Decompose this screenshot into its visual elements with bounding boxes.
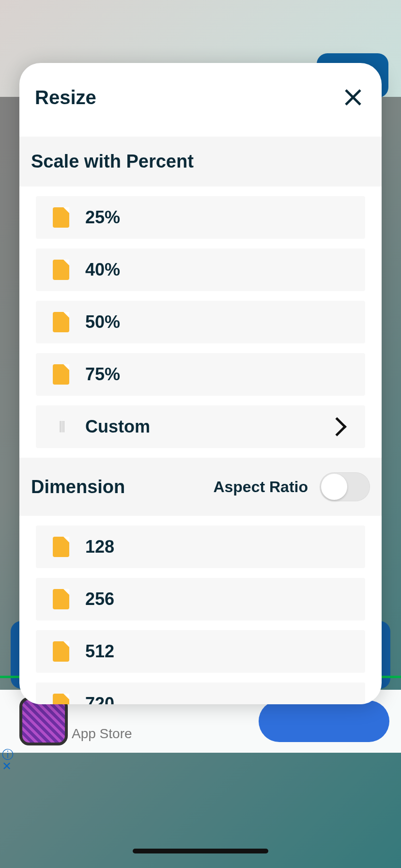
file-icon (51, 311, 71, 333)
dimension-option-label: 256 (85, 589, 350, 609)
file-icon (51, 640, 71, 663)
modal-header: Resize (19, 63, 382, 137)
scale-option-25[interactable]: 25% (36, 196, 365, 239)
ad-info-close[interactable]: ⓘ✕ (2, 749, 14, 772)
dimension-options-container: 128 256 512 720 851 (19, 516, 382, 704)
toggle-knob (321, 474, 347, 500)
section-header-dimension: Dimension Aspect Ratio (19, 458, 382, 516)
modal-title: Resize (35, 87, 96, 108)
resize-modal: Resize Scale with Percent 25% 40% 50% (19, 63, 382, 704)
scale-option-label: 75% (85, 364, 350, 385)
scale-option-50[interactable]: 50% (36, 301, 365, 343)
scale-option-label: 50% (85, 312, 350, 332)
home-indicator[interactable] (133, 849, 268, 853)
aspect-ratio-toggle[interactable] (320, 472, 370, 501)
ad-store-label: App Store (72, 726, 132, 742)
scale-option-label: 40% (85, 260, 350, 280)
file-icon (51, 588, 71, 610)
aspect-ratio-label: Aspect Ratio (213, 478, 308, 496)
scale-option-40[interactable]: 40% (36, 248, 365, 291)
section-title-dimension: Dimension (31, 477, 125, 497)
chevron-right-icon (327, 417, 347, 436)
scale-options-container: 25% 40% 50% 75% ⦀ Custom (19, 186, 382, 458)
scale-option-label: 25% (85, 207, 350, 228)
dimension-option-label: 512 (85, 641, 350, 662)
section-header-scale: Scale with Percent (19, 137, 382, 186)
sliders-icon: ⦀ (51, 416, 71, 438)
file-icon (51, 536, 71, 558)
dimension-option-720[interactable]: 720 (36, 682, 365, 704)
close-icon (344, 88, 362, 107)
file-icon (51, 206, 71, 229)
file-icon (51, 259, 71, 281)
dimension-option-128[interactable]: 128 (36, 526, 365, 568)
file-icon (51, 363, 71, 386)
ad-app-icon (19, 697, 68, 745)
dimension-option-512[interactable]: 512 (36, 630, 365, 673)
modal-scroll-area[interactable]: Scale with Percent 25% 40% 50% 75% ⦀ Cus… (19, 137, 382, 704)
close-button[interactable] (342, 86, 364, 108)
ad-cta-button[interactable] (259, 700, 389, 742)
scale-option-75[interactable]: 75% (36, 353, 365, 396)
scale-option-label: Custom (85, 417, 330, 437)
dimension-option-label: 128 (85, 537, 350, 557)
dimension-option-label: 720 (85, 694, 350, 704)
scale-option-custom[interactable]: ⦀ Custom (36, 405, 365, 448)
section-title-scale: Scale with Percent (31, 151, 194, 172)
dimension-option-256[interactable]: 256 (36, 578, 365, 620)
file-icon (51, 693, 71, 704)
